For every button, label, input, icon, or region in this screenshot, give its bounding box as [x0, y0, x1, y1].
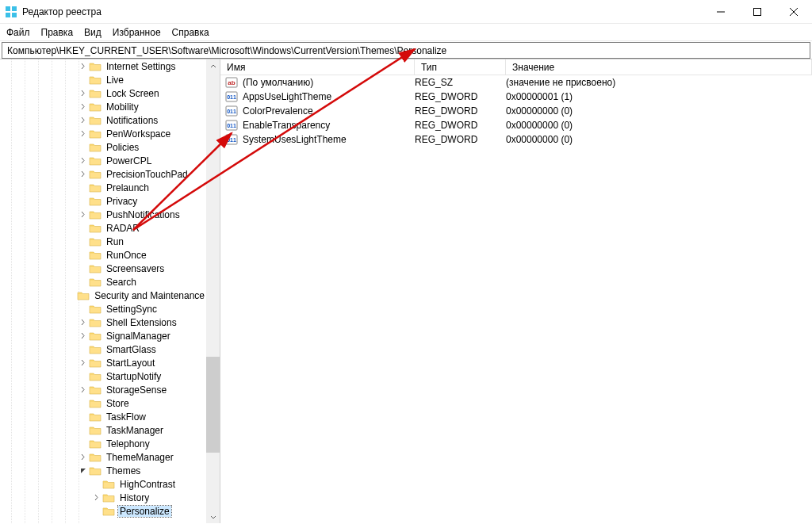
- menu-help[interactable]: Справка: [172, 27, 209, 38]
- tree-item[interactable]: Search: [0, 275, 206, 289]
- tree-item[interactable]: StartupNotify: [0, 369, 206, 383]
- column-header-type[interactable]: Тип: [415, 59, 506, 75]
- tree-item-label: StartupNotify: [105, 371, 163, 382]
- chevron-right-icon[interactable]: [77, 170, 89, 178]
- tree-item[interactable]: Personalize: [0, 504, 206, 518]
- chevron-right-icon[interactable]: [77, 157, 89, 164]
- folder-icon: [89, 223, 102, 234]
- tree-item-label: Personalize: [118, 506, 171, 517]
- tree-item[interactable]: PushNotifications: [0, 208, 206, 221]
- column-header-name[interactable]: Имя: [220, 59, 415, 75]
- tree-item[interactable]: HighContrast: [0, 477, 206, 491]
- close-button[interactable]: [776, 0, 812, 23]
- tree-content[interactable]: Internet SettingsLiveLock ScreenMobility…: [0, 59, 206, 523]
- address-bar[interactable]: Компьютер\HKEY_CURRENT_USER\Software\Mic…: [2, 42, 810, 59]
- tree-item[interactable]: Prelaunch: [0, 181, 206, 194]
- tree-item-label: Internet Settings: [105, 61, 177, 72]
- reg-string-icon: ab: [224, 76, 239, 89]
- tree-item[interactable]: RADAR: [0, 221, 206, 235]
- column-header-value[interactable]: Значение: [506, 59, 812, 75]
- value-row[interactable]: 011SystemUsesLightThemeREG_DWORD0x000000…: [220, 132, 812, 147]
- tree-item[interactable]: Shell Extensions: [0, 316, 206, 329]
- tree-item[interactable]: Privacy: [0, 194, 206, 208]
- tree-item[interactable]: Policies: [0, 140, 206, 154]
- titlebar: Редактор реестра: [0, 0, 812, 24]
- folder-icon: [89, 425, 102, 436]
- tree-item[interactable]: Run: [0, 235, 206, 248]
- tree-item[interactable]: Security and Maintenance: [0, 289, 206, 302]
- tree-item[interactable]: PowerCPL: [0, 154, 206, 167]
- tree-item[interactable]: SmartGlass: [0, 342, 206, 356]
- tree-item[interactable]: PrecisionTouchPad: [0, 167, 206, 181]
- value-type: REG_DWORD: [415, 134, 506, 145]
- chevron-down-icon[interactable]: [77, 467, 89, 474]
- tree-item[interactable]: TaskFlow: [0, 410, 206, 423]
- tree-item-label: PrecisionTouchPad: [105, 169, 190, 180]
- folder-icon: [89, 142, 102, 153]
- details-body[interactable]: ab(По умолчанию)REG_SZ(значение не присв…: [220, 75, 812, 523]
- chevron-right-icon[interactable]: [77, 63, 89, 70]
- folder-icon: [89, 438, 102, 449]
- tree-item-label: PushNotifications: [105, 209, 182, 220]
- tree-item[interactable]: PenWorkspace: [0, 127, 206, 140]
- chevron-right-icon[interactable]: [77, 359, 89, 366]
- tree-item[interactable]: Store: [0, 396, 206, 410]
- tree-item[interactable]: StorageSense: [0, 383, 206, 396]
- tree-item-label: Policies: [105, 142, 140, 153]
- chevron-right-icon[interactable]: [77, 103, 89, 110]
- tree-item[interactable]: Internet Settings: [0, 59, 206, 73]
- tree-item[interactable]: SignalManager: [0, 329, 206, 342]
- folder-icon: [89, 75, 102, 86]
- scroll-up-button[interactable]: [206, 59, 220, 73]
- value-row[interactable]: 011EnableTransparencyREG_DWORD0x00000000…: [220, 118, 812, 132]
- tree-item-label: HighContrast: [118, 479, 177, 490]
- folder-icon: [89, 344, 102, 355]
- tree-item[interactable]: Screensavers: [0, 262, 206, 275]
- tree-item-label: Run: [105, 236, 125, 247]
- chevron-right-icon[interactable]: [77, 130, 89, 137]
- chevron-right-icon[interactable]: [90, 494, 102, 501]
- folder-icon: [89, 465, 102, 476]
- menu-file[interactable]: Файл: [6, 27, 30, 38]
- scroll-track[interactable]: [206, 73, 220, 510]
- value-data: 0x00000001 (1): [506, 91, 812, 102]
- tree-item-label: PenWorkspace: [105, 128, 172, 140]
- chevron-right-icon[interactable]: [77, 117, 89, 124]
- folder-icon: [89, 371, 102, 382]
- tree-item[interactable]: TaskManager: [0, 423, 206, 437]
- value-name: SystemUsesLightTheme: [243, 134, 415, 145]
- tree-item[interactable]: Notifications: [0, 113, 206, 127]
- tree-item[interactable]: Themes: [0, 464, 206, 477]
- folder-icon: [89, 411, 102, 423]
- tree-item[interactable]: Telephony: [0, 437, 206, 450]
- chevron-right-icon[interactable]: [77, 453, 89, 461]
- menu-favorites[interactable]: Избранное: [113, 27, 161, 38]
- chevron-right-icon[interactable]: [77, 211, 89, 218]
- tree-item[interactable]: StartLayout: [0, 356, 206, 369]
- value-name: (По умолчанию): [243, 77, 415, 88]
- chevron-right-icon[interactable]: [77, 319, 89, 326]
- minimize-button[interactable]: [703, 0, 739, 23]
- tree-item[interactable]: History: [0, 491, 206, 504]
- value-row[interactable]: 011AppsUseLightThemeREG_DWORD0x00000001 …: [220, 90, 812, 104]
- tree-item[interactable]: Mobility: [0, 100, 206, 113]
- value-row[interactable]: ab(По умолчанию)REG_SZ(значение не присв…: [220, 75, 812, 90]
- folder-icon: [89, 250, 102, 261]
- tree-item[interactable]: RunOnce: [0, 248, 206, 262]
- scroll-down-button[interactable]: [206, 510, 220, 523]
- chevron-right-icon[interactable]: [77, 90, 89, 97]
- chevron-right-icon[interactable]: [77, 386, 89, 393]
- value-type: REG_DWORD: [415, 120, 506, 131]
- tree-item[interactable]: Lock Screen: [0, 86, 206, 100]
- tree-item[interactable]: SettingSync: [0, 302, 206, 316]
- tree-scrollbar[interactable]: [206, 59, 220, 523]
- maximize-button[interactable]: [739, 0, 776, 23]
- tree-item[interactable]: ThemeManager: [0, 450, 206, 464]
- tree-item[interactable]: Live: [0, 73, 206, 86]
- menu-edit[interactable]: Правка: [41, 27, 74, 38]
- scroll-thumb[interactable]: [206, 357, 220, 453]
- folder-icon: [89, 236, 102, 247]
- chevron-right-icon[interactable]: [77, 332, 89, 339]
- value-row[interactable]: 011ColorPrevalenceREG_DWORD0x00000000 (0…: [220, 104, 812, 118]
- menu-view[interactable]: Вид: [84, 27, 102, 38]
